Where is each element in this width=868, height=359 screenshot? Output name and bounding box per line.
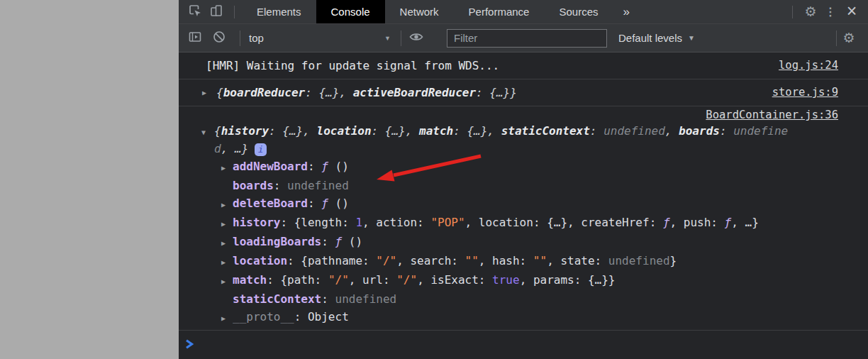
context-selector-value: top bbox=[249, 32, 264, 44]
toolbar-divider bbox=[240, 31, 240, 46]
close-icon: × bbox=[847, 2, 857, 20]
token-pplain: : {…}, bbox=[269, 124, 316, 138]
tree-row-location[interactable]: ▶location: {pathname: "/", search: "", h… bbox=[179, 252, 838, 271]
token-plain: , action: bbox=[362, 216, 430, 229]
token-key: boards bbox=[233, 179, 274, 192]
token-pplain: , bbox=[665, 124, 679, 138]
token-key: history bbox=[233, 216, 280, 229]
tab-elements[interactable]: Elements bbox=[242, 0, 316, 23]
panel-tabs: ElementsConsoleNetworkPerformanceSources… bbox=[242, 0, 640, 23]
tab-network[interactable]: Network bbox=[385, 0, 454, 23]
tab-console[interactable]: Console bbox=[316, 0, 385, 23]
disclosure-triangle-icon[interactable]: ▶ bbox=[221, 159, 233, 177]
devtools-menu-button[interactable]: ⋮ bbox=[821, 0, 840, 23]
tree-row-content: location: {pathname: "/", search: "", ha… bbox=[233, 252, 838, 270]
tabbar-divider bbox=[234, 6, 235, 18]
token-key: loadingBoards bbox=[233, 235, 321, 248]
token-plain: () bbox=[328, 197, 349, 210]
token-key: match bbox=[233, 273, 267, 287]
object-preview: {boardReducer: {…}, activeBoardReducer: … bbox=[216, 84, 517, 101]
tree-row-deleteboard[interactable]: ▶deleteBoard: ƒ () bbox=[179, 194, 838, 214]
console-message-text: [HMR] Waiting for update signal from WDS… bbox=[206, 57, 499, 74]
disclosure-triangle-icon[interactable]: ▶ bbox=[221, 309, 233, 327]
settings-button[interactable]: ⚙ bbox=[800, 0, 821, 23]
token-plain: , push: bbox=[670, 216, 725, 229]
device-toolbar-button[interactable] bbox=[206, 0, 227, 23]
disclosure-triangle-icon[interactable]: ▶ bbox=[221, 234, 233, 252]
info-badge[interactable]: i bbox=[255, 143, 267, 156]
device-toolbar-icon bbox=[209, 4, 223, 21]
token-pplain: { bbox=[214, 124, 221, 138]
disclosure-triangle-expanded-icon[interactable]: ▼ bbox=[201, 123, 206, 141]
console-sidebar-toggle-button[interactable] bbox=[183, 24, 207, 53]
disclosure-triangle-icon[interactable]: ▶ bbox=[221, 253, 233, 271]
object-preview-line2: d, …}i bbox=[214, 140, 838, 158]
token-undef: undefined bbox=[335, 292, 397, 306]
clear-console-button[interactable] bbox=[207, 24, 231, 53]
token-plain: , state: bbox=[547, 254, 608, 267]
log-levels-selector[interactable]: Default levels ▼ bbox=[618, 32, 695, 44]
tree-row-history[interactable]: ▶history: {length: 1, action: "POP", loc… bbox=[179, 214, 838, 233]
tree-row-__proto__[interactable]: ▶__proto__: Object bbox=[179, 308, 838, 327]
live-expression-button[interactable] bbox=[404, 24, 428, 53]
kebab-menu-icon: ⋮ bbox=[825, 6, 836, 18]
console-prompt[interactable] bbox=[179, 331, 868, 355]
disclosure-triangle-icon[interactable]: ▶ bbox=[221, 272, 233, 290]
source-link[interactable]: store.js:9 bbox=[758, 84, 838, 101]
filter-input[interactable] bbox=[447, 29, 607, 48]
token-fn: ƒ bbox=[321, 197, 328, 210]
disclosure-triangle-icon[interactable]: ▶ bbox=[221, 215, 233, 233]
console-settings-gear-icon: ⚙ bbox=[842, 31, 855, 45]
disclosure-triangle-icon[interactable]: ▶ bbox=[221, 196, 233, 214]
token-fn: ƒ bbox=[335, 235, 343, 248]
levels-dropdown-arrow-icon: ▼ bbox=[688, 34, 695, 42]
token-plain: : {pathname: bbox=[287, 254, 376, 267]
token-plain: , isExact: bbox=[417, 273, 492, 287]
token-pplain: : bbox=[590, 124, 603, 138]
token-pplain: , …} bbox=[221, 142, 249, 155]
token-pundef: undefine bbox=[733, 124, 788, 138]
token-plain: : Object bbox=[294, 310, 349, 324]
token-pkey: activeBoardReducer bbox=[353, 86, 476, 99]
tree-row-addnewboard[interactable]: ▶addNewBoard: ƒ () bbox=[179, 158, 838, 177]
console-message-hmr: [HMR] Waiting for update signal from WDS… bbox=[179, 53, 868, 79]
token-str: "" bbox=[465, 254, 479, 267]
inspect-element-button[interactable] bbox=[184, 0, 206, 23]
tree-row-match[interactable]: ▶match: {path: "/", url: "/", isExact: t… bbox=[179, 271, 838, 290]
tab-performance[interactable]: Performance bbox=[454, 0, 545, 23]
token-pundef: d bbox=[214, 142, 221, 155]
disclosure-triangle-icon[interactable]: ▶ bbox=[202, 84, 216, 101]
close-devtools-button[interactable]: × bbox=[840, 0, 864, 23]
tabbar-right-icons: ⚙ ⋮ × bbox=[785, 0, 868, 23]
token-plain: () bbox=[342, 235, 362, 248]
console-message-props-group: BoardContainer.js:36 ▼ {history: {…}, lo… bbox=[179, 106, 868, 331]
tree-row-content: staticContext: undefined bbox=[233, 290, 838, 308]
tab-sources[interactable]: Sources bbox=[544, 0, 613, 23]
toolbar-divider-2 bbox=[401, 31, 401, 46]
tree-row-loadingboards[interactable]: ▶loadingBoards: ƒ () bbox=[179, 233, 838, 252]
token-plain: : {length: bbox=[280, 216, 355, 229]
console-settings-button[interactable]: ⚙ bbox=[837, 24, 861, 53]
page-background bbox=[0, 0, 179, 359]
context-dropdown-arrow-icon: ▼ bbox=[384, 35, 391, 42]
inspect-cursor-icon bbox=[188, 4, 202, 21]
token-plain: : bbox=[321, 235, 335, 248]
token-pkey: history bbox=[221, 124, 269, 138]
eye-icon bbox=[408, 30, 424, 47]
token-plain: () bbox=[328, 160, 349, 173]
javascript-context-selector[interactable]: top ▼ bbox=[249, 32, 391, 44]
token-fn: ƒ bbox=[321, 160, 328, 173]
token-plain: , …} bbox=[731, 216, 759, 229]
tree-row-content: match: {path: "/", url: "/", isExact: tr… bbox=[233, 271, 838, 289]
tab-more[interactable]: » bbox=[613, 0, 640, 23]
clear-console-icon bbox=[212, 30, 226, 47]
source-link[interactable]: log.js:24 bbox=[764, 57, 838, 74]
token-plain: , params: {…}} bbox=[520, 273, 616, 287]
token-pplain: : {…}, bbox=[372, 124, 419, 138]
tabbar-right-divider bbox=[792, 6, 793, 18]
token-str: "" bbox=[533, 254, 547, 267]
object-preview-line1: {history: {…}, location: {…}, match: {…}… bbox=[214, 122, 838, 140]
object-preview-line2-text: d, …} bbox=[214, 142, 248, 155]
token-plain: : bbox=[274, 179, 287, 192]
source-link[interactable]: BoardContainer.js:36 bbox=[706, 108, 838, 122]
